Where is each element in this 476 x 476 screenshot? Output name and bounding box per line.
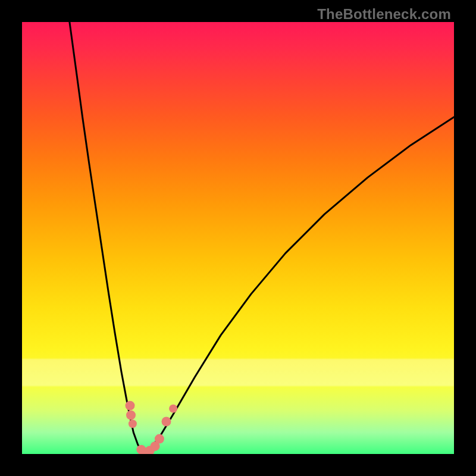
chart-frame: TheBottleneck.com [0,0,476,476]
plot-area [22,22,454,454]
data-marker [126,401,135,411]
data-marker [126,411,136,420]
data-marker [169,405,177,413]
watermark-text: TheBottleneck.com [317,6,451,23]
data-marker [162,417,171,427]
left-branch-path [70,22,143,454]
data-marker [129,419,137,428]
curve-layer [22,22,454,454]
right-branch-path [143,117,454,454]
marker-group [126,401,178,454]
data-marker [155,434,164,444]
